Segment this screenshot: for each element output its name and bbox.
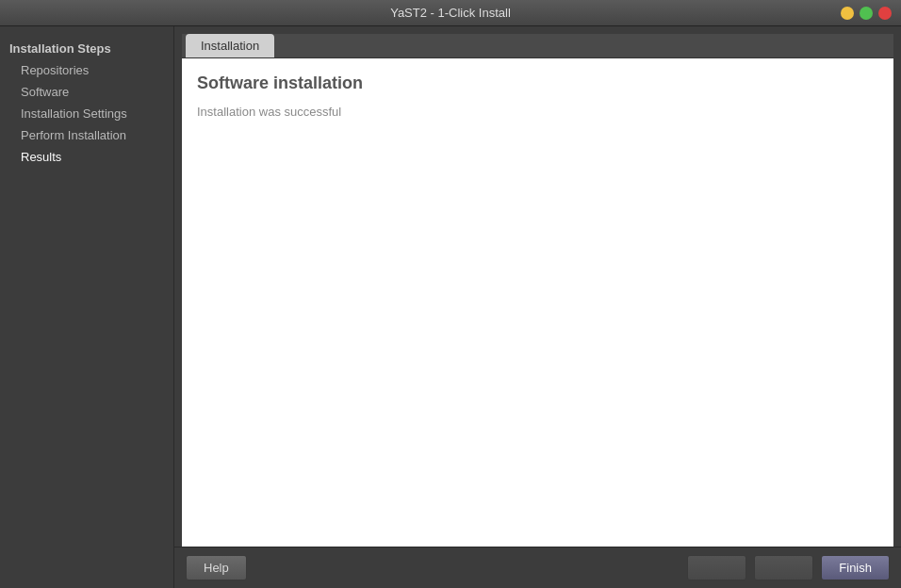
bottom-bar: Help Finish bbox=[174, 547, 901, 588]
sidebar-item-results[interactable]: Results bbox=[0, 146, 173, 168]
tab-bar: Installation bbox=[182, 34, 893, 58]
sidebar: Installation Steps Repositories Software… bbox=[0, 26, 174, 588]
window-controls bbox=[841, 7, 892, 20]
sidebar-item-installation-settings[interactable]: Installation Settings bbox=[0, 103, 173, 124]
main-layout: Installation Steps Repositories Software… bbox=[0, 26, 901, 588]
titlebar: YaST2 - 1-Click Install bbox=[0, 0, 901, 26]
next-button[interactable] bbox=[754, 555, 813, 580]
panel-title: Software installation bbox=[197, 74, 878, 93]
help-button[interactable]: Help bbox=[186, 555, 247, 580]
content-panel: Software installation Installation was s… bbox=[182, 58, 893, 547]
sidebar-item-software[interactable]: Software bbox=[0, 81, 173, 103]
installation-tab[interactable]: Installation bbox=[186, 34, 274, 57]
bottom-right-buttons: Finish bbox=[687, 555, 890, 580]
window-title: YaST2 - 1-Click Install bbox=[390, 6, 511, 20]
sidebar-item-repositories[interactable]: Repositories bbox=[0, 59, 173, 81]
sidebar-item-perform-installation[interactable]: Perform Installation bbox=[0, 124, 173, 146]
content-area: Installation Software installation Insta… bbox=[174, 26, 901, 547]
minimize-button[interactable] bbox=[841, 7, 854, 20]
maximize-button[interactable] bbox=[860, 7, 873, 20]
back-button[interactable] bbox=[687, 555, 746, 580]
panel-message: Installation was successful bbox=[197, 105, 878, 119]
finish-button[interactable]: Finish bbox=[821, 555, 890, 580]
close-button[interactable] bbox=[878, 7, 892, 20]
sidebar-group-label: Installation Steps bbox=[0, 36, 173, 59]
bottom-left-buttons: Help bbox=[186, 555, 247, 580]
